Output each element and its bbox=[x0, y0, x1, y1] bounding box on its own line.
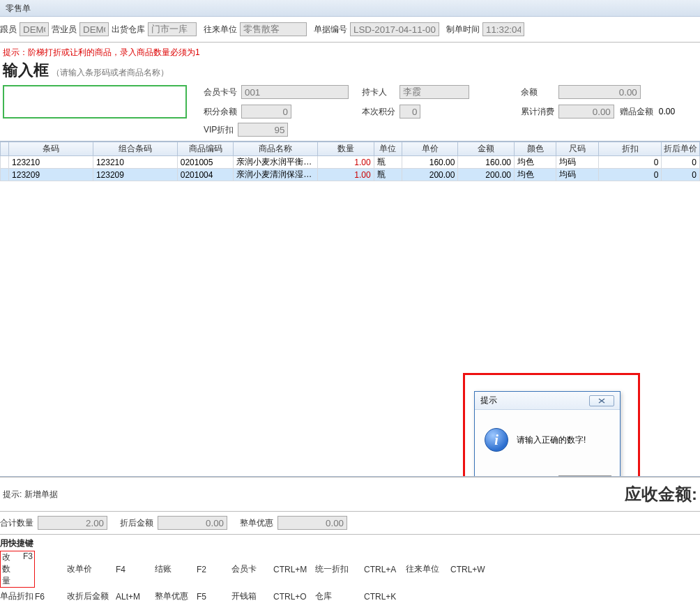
shortcut-key: F6 bbox=[35, 592, 67, 602]
col-after[interactable]: 折后单价 bbox=[662, 142, 700, 156]
shortcut-key: F3 bbox=[23, 551, 33, 587]
whole-discount-field bbox=[277, 516, 347, 530]
col-qty[interactable]: 数量 bbox=[318, 142, 374, 156]
table-row[interactable]: 1232101232100201005亲润小麦水润平衡…1.00瓶160.001… bbox=[1, 156, 700, 169]
status-hint: 提示: 新增单据 bbox=[3, 489, 58, 501]
col-size[interactable]: 尺码 bbox=[556, 142, 598, 156]
col-unit[interactable]: 单位 bbox=[374, 142, 402, 156]
gift-value: 0.00 bbox=[659, 107, 675, 116]
window-titlebar: 零售单 bbox=[0, 0, 700, 17]
warehouse-field[interactable] bbox=[148, 22, 197, 36]
balance-label: 余额 bbox=[521, 86, 554, 98]
vip-label: VIP折扣 bbox=[204, 124, 234, 136]
holder-label: 持卡人 bbox=[362, 86, 395, 98]
table-row[interactable]: 1232091232090201004亲润小麦清润保湿…1.00瓶200.002… bbox=[1, 169, 700, 181]
col-price[interactable]: 单价 bbox=[402, 142, 458, 156]
points-balance-label: 积分余额 bbox=[204, 106, 237, 118]
col-name[interactable]: 商品名称 bbox=[234, 142, 318, 156]
col-code[interactable]: 商品编码 bbox=[177, 142, 234, 156]
shortcut-name: 改折后金额 bbox=[67, 590, 116, 602]
shortcut-key: ALt+M bbox=[116, 592, 155, 602]
shortcut-key: F2 bbox=[197, 565, 231, 574]
col-combo[interactable]: 组合条码 bbox=[93, 142, 177, 156]
shortcut-key: CTRL+K bbox=[364, 592, 406, 602]
bill-time-field bbox=[482, 22, 524, 36]
input-subtitle: （请输入条形码或者商品名称） bbox=[52, 67, 169, 79]
shortcut-name: 仓库 bbox=[315, 590, 364, 602]
member-card-label: 会员卡号 bbox=[204, 86, 237, 98]
total-spent-label: 累计消费 bbox=[521, 106, 554, 118]
shortcut-name: 往来单位 bbox=[406, 563, 450, 575]
dialog-title: 提示 bbox=[480, 395, 497, 406]
salesman-field[interactable] bbox=[79, 22, 109, 36]
col-color[interactable]: 颜色 bbox=[515, 142, 556, 156]
partner-field[interactable] bbox=[240, 22, 307, 36]
dialog-ok-button[interactable]: 确定 bbox=[558, 475, 611, 477]
items-table-wrap: 条码 组合条码 商品编码 商品名称 数量 单位 单价 金额 颜色 尺码 折扣 折… bbox=[0, 141, 700, 477]
col-discount[interactable]: 折扣 bbox=[598, 142, 662, 156]
shortcut-name: 会员卡 bbox=[231, 563, 273, 575]
shortcut-name: 结账 bbox=[155, 563, 197, 575]
balance-field bbox=[558, 85, 641, 99]
summary-row: 合计数量 折后金额 整单优惠 bbox=[0, 511, 700, 534]
clerk-field[interactable] bbox=[20, 22, 49, 36]
salesman-label: 营业员 bbox=[52, 24, 77, 36]
barcode-input[interactable] bbox=[3, 85, 187, 119]
shortcut-name: 单品折扣 bbox=[0, 590, 35, 602]
vip-field bbox=[238, 123, 288, 137]
shortcut-key: F5 bbox=[197, 592, 231, 602]
status-bar: 提示: 新增单据 应收金额: bbox=[0, 477, 700, 511]
window-title: 零售单 bbox=[6, 3, 31, 13]
shortcut-key: F4 bbox=[116, 565, 155, 574]
shortcuts-row2: 单品折扣F6改折后金额ALt+M整单优惠F5开钱箱CTRL+O仓库CTRL+K bbox=[0, 590, 700, 603]
this-points-field bbox=[400, 105, 420, 119]
shortcut-section-title: 用快捷键 bbox=[0, 534, 700, 551]
shortcut-name: 开钱箱 bbox=[231, 590, 273, 602]
shortcut-key: CTRL+A bbox=[364, 565, 406, 574]
shortcut-key: CTRL+W bbox=[450, 565, 492, 574]
col-amount[interactable]: 金额 bbox=[458, 142, 515, 156]
dialog-close-button[interactable] bbox=[589, 395, 614, 406]
this-points-label: 本次积分 bbox=[362, 106, 395, 118]
shortcut-highlight: 改数量F3 bbox=[0, 551, 35, 588]
gift-label: 赠品金额 bbox=[620, 106, 653, 118]
whole-discount-label: 整单优惠 bbox=[240, 517, 273, 529]
shortcut-name: 改单价 bbox=[67, 563, 116, 575]
alert-dialog: 提示 i 请输入正确的数字! 确定 bbox=[474, 391, 621, 477]
bill-time-label: 制单时间 bbox=[446, 24, 480, 36]
info-icon: i bbox=[485, 428, 508, 452]
input-title: 输入框 bbox=[3, 60, 49, 81]
partner-label: 往来单位 bbox=[204, 24, 237, 36]
holder-field bbox=[400, 85, 469, 99]
member-card-field[interactable] bbox=[241, 85, 349, 99]
after-discount-field bbox=[158, 516, 227, 530]
total-qty-field bbox=[38, 516, 107, 530]
clerk-label: 跟员 bbox=[0, 24, 17, 36]
after-discount-label: 折后金额 bbox=[120, 517, 153, 529]
top-toolbar: 跟员 营业员 出货仓库 往来单位 单据编号 制单时间 bbox=[0, 17, 700, 43]
total-qty-label: 合计数量 bbox=[0, 517, 33, 529]
points-balance-field bbox=[241, 105, 291, 119]
shortcut-name: 整单优惠 bbox=[155, 590, 197, 602]
due-amount-label: 应收金额: bbox=[625, 483, 697, 505]
close-icon bbox=[598, 398, 605, 404]
dialog-message: 请输入正确的数字! bbox=[517, 434, 586, 446]
shortcut-key: CTRL+O bbox=[273, 592, 315, 602]
warehouse-label: 出货仓库 bbox=[112, 24, 145, 36]
input-header: 输入框 （请输入条形码或者商品名称） bbox=[0, 60, 700, 84]
total-spent-field bbox=[558, 105, 614, 119]
shortcuts-row1: 改数量F3改单价F4结账F2会员卡CTRL+M统一折扣CTRL+A往来单位CTR… bbox=[0, 551, 700, 590]
member-info: 会员卡号 持卡人 余额 积分余额 本次积分 累计消费 赠品金额 0.00 bbox=[204, 85, 675, 119]
table-header: 条码 组合条码 商品编码 商品名称 数量 单位 单价 金额 颜色 尺码 折扣 折… bbox=[1, 142, 700, 156]
col-barcode[interactable]: 条码 bbox=[9, 142, 93, 156]
items-table[interactable]: 条码 组合条码 商品编码 商品名称 数量 单位 单价 金额 颜色 尺码 折扣 折… bbox=[0, 142, 700, 181]
shortcut-name: 统一折扣 bbox=[315, 563, 364, 575]
bill-no-label: 单据编号 bbox=[314, 24, 347, 36]
tip-text: 提示：阶梯打折或让利的商品，录入商品数量必须为1 bbox=[0, 43, 700, 60]
bill-no-field bbox=[350, 22, 439, 36]
shortcut-name: 改数量 bbox=[2, 551, 13, 587]
shortcut-key: CTRL+M bbox=[273, 565, 315, 574]
